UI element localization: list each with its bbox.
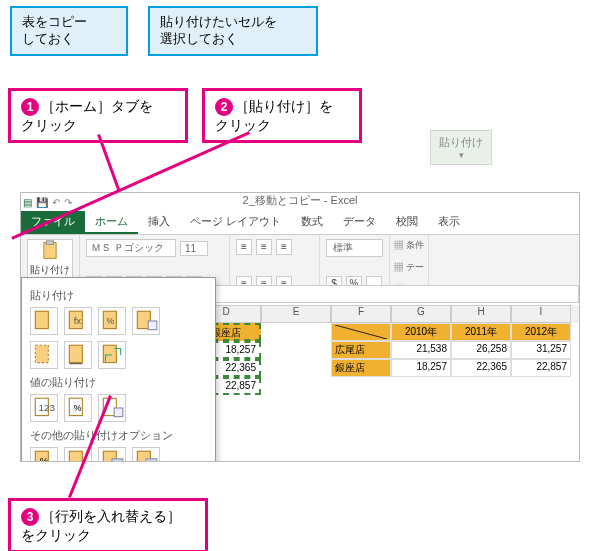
quick-access-toolbar: ▤ 💾 ↶ ↷ — [23, 193, 72, 211]
paste-all-icon[interactable] — [30, 307, 58, 335]
font-name-select[interactable]: ＭＳ Ｐゴシック — [86, 239, 176, 257]
step-number: 2 — [215, 98, 233, 116]
tab-insert[interactable]: 挿入 — [138, 211, 180, 234]
cell-dst-r1c2[interactable]: 26,258 — [451, 341, 511, 359]
step-number: 1 — [21, 98, 39, 116]
col-header-g[interactable]: G — [391, 305, 451, 323]
svg-rect-25 — [146, 459, 157, 462]
tab-home[interactable]: ホーム — [85, 211, 138, 234]
callout-text: ［貼り付け］を クリック — [215, 98, 333, 133]
paste-picture-icon[interactable] — [98, 447, 126, 462]
cell-dst-row2-name[interactable]: 銀座店 — [331, 359, 391, 377]
table-format-button[interactable]: テー — [394, 261, 424, 274]
svg-text:%: % — [107, 316, 115, 326]
paste-formatting-icon[interactable]: % — [30, 447, 58, 462]
ribbon-tabs: ファイル ホーム 挿入 ページ レイアウト 数式 データ 校閲 表示 — [21, 211, 579, 235]
cell-dst-r2c3[interactable]: 22,857 — [511, 359, 571, 377]
excel-logo-icon: ▤ — [23, 197, 32, 208]
svg-rect-1 — [47, 241, 54, 245]
cell-dst-row1-name[interactable]: 広尾店 — [331, 341, 391, 359]
undo-icon[interactable]: ↶ — [52, 197, 60, 208]
paste-linked-picture-icon[interactable] — [132, 447, 160, 462]
cell-dst-r1c3[interactable]: 31,257 — [511, 341, 571, 359]
callout-text: ［行列を入れ替える］ をクリック — [21, 508, 181, 543]
paste-section-label: 貼り付け — [30, 288, 207, 303]
tab-page-layout[interactable]: ページ レイアウト — [180, 211, 291, 234]
callout-step-2: 2［貼り付け］を クリック — [202, 88, 362, 143]
paste-label: 貼り付け — [30, 263, 70, 277]
col-header-e[interactable]: E — [261, 305, 331, 323]
column-headers: D E F G H I — [191, 305, 579, 323]
save-icon[interactable]: 💾 — [36, 197, 48, 208]
cell-dst-r1c1[interactable]: 21,538 — [391, 341, 451, 359]
align-middle-button[interactable]: ≡ — [256, 239, 272, 255]
cell-dst-r2c1[interactable]: 18,257 — [391, 359, 451, 377]
svg-text:123: 123 — [39, 402, 55, 413]
svg-rect-8 — [148, 321, 157, 330]
callout-text: 貼り付けたいセルを 選択しておく — [160, 14, 277, 46]
align-bottom-button[interactable]: ≡ — [276, 239, 292, 255]
tab-view[interactable]: 表示 — [428, 211, 470, 234]
formula-bar[interactable]: fx — [191, 285, 579, 303]
cell-dst-y1[interactable]: 2010年 — [391, 323, 451, 341]
paste-values-section-label: 値の貼り付け — [30, 375, 207, 390]
callout-text: 表をコピー しておく — [22, 14, 87, 46]
col-header-h[interactable]: H — [451, 305, 511, 323]
svg-rect-20 — [69, 451, 82, 462]
svg-text:%: % — [40, 455, 49, 462]
spreadsheet-grid[interactable]: D E F G H I 銀座店 18,257 22,365 22,857 201… — [191, 305, 579, 461]
callout-step-3: 3［行列を入れ替える］ をクリック — [8, 498, 208, 551]
conditional-format-button[interactable]: 条件 — [394, 239, 424, 252]
col-header-i[interactable]: I — [511, 305, 571, 323]
callout-copy-table: 表をコピー しておく — [10, 6, 128, 56]
paste-values-icon[interactable]: 123 — [30, 394, 58, 422]
tab-data[interactable]: データ — [333, 211, 386, 234]
transpose-icon[interactable] — [98, 341, 126, 369]
svg-line-27 — [335, 325, 387, 339]
svg-text:%: % — [74, 403, 82, 413]
step-number: 3 — [21, 508, 39, 526]
tab-review[interactable]: 校閲 — [386, 211, 428, 234]
paste-formulas-number-icon[interactable]: % — [98, 307, 126, 335]
paste-formulas-icon[interactable]: fx — [64, 307, 92, 335]
svg-rect-17 — [114, 408, 123, 417]
svg-rect-0 — [44, 243, 56, 259]
svg-rect-23 — [112, 459, 123, 462]
paste-options-menu: 貼り付け fx % 値の貼り付け 123 % その他の貼り付けオプション % 形… — [21, 277, 216, 462]
paste-other-section-label: その他の貼り付けオプション — [30, 428, 207, 443]
paste-chip-label: 貼り付け — [439, 136, 483, 148]
svg-text:fx: fx — [74, 315, 82, 326]
svg-rect-2 — [35, 311, 48, 328]
font-size-select[interactable]: 11 — [180, 241, 208, 256]
svg-rect-9 — [35, 345, 48, 362]
title-text: 2_移動とコピー - Excel — [243, 194, 358, 206]
align-top-button[interactable]: ≡ — [236, 239, 252, 255]
redo-icon[interactable]: ↷ — [64, 197, 72, 208]
dropdown-arrow-icon: ▾ — [439, 150, 483, 160]
cell-dst-r2c2[interactable]: 22,365 — [451, 359, 511, 377]
cell-dst-corner[interactable] — [331, 323, 391, 341]
paste-button-sample: 貼り付け ▾ — [430, 130, 492, 165]
clipboard-paste-icon — [39, 240, 61, 261]
callout-select-cell: 貼り付けたいセルを 選択しておく — [148, 6, 318, 56]
callout-text: ［ホーム］タブを クリック — [21, 98, 153, 133]
paste-keep-source-icon[interactable] — [132, 307, 160, 335]
paste-no-borders-icon[interactable] — [30, 341, 58, 369]
paste-keep-width-icon[interactable] — [64, 341, 92, 369]
excel-window: ▤ 💾 ↶ ↷ 2_移動とコピー - Excel ファイル ホーム 挿入 ページ… — [20, 192, 580, 462]
svg-rect-10 — [69, 345, 82, 362]
number-format-select[interactable]: 標準 — [326, 239, 383, 257]
cell-dst-y3[interactable]: 2012年 — [511, 323, 571, 341]
cell-dst-y2[interactable]: 2011年 — [451, 323, 511, 341]
tab-formula[interactable]: 数式 — [291, 211, 333, 234]
col-header-f[interactable]: F — [331, 305, 391, 323]
paste-values-number-icon[interactable]: % — [64, 394, 92, 422]
